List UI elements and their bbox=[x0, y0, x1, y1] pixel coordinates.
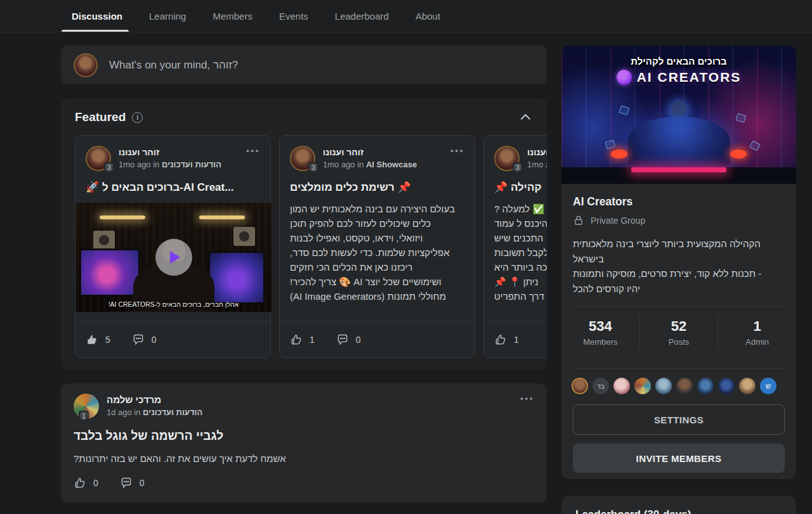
invite-members-button[interactable]: INVITE MEMBERS bbox=[573, 444, 785, 473]
post-title[interactable]: לגביי הרשמה של גוגל בלבד bbox=[74, 429, 534, 443]
post-footer: 5 0 bbox=[75, 321, 270, 357]
member-avatar[interactable] bbox=[697, 378, 714, 394]
admin-count: 1 bbox=[718, 318, 796, 335]
post-body: בעולם היצירה עם בינה מלאכותית יש המון כל… bbox=[290, 202, 464, 321]
community-page: Discussion Learning Members Events Leade… bbox=[0, 0, 812, 514]
like-button[interactable]: 0 bbox=[74, 477, 98, 489]
post-menu-icon[interactable]: ●●● bbox=[246, 146, 260, 156]
banner-keyboard bbox=[631, 167, 726, 172]
info-icon[interactable]: i bbox=[132, 112, 143, 123]
group-name: AI Creators bbox=[573, 195, 785, 209]
tab-learning[interactable]: Learning bbox=[149, 0, 186, 32]
featured-carousel: 3 זוהר וענונו 1mo ago in הודעות ועדכונים… bbox=[75, 135, 547, 358]
member-avatars-row: בד ש bbox=[561, 369, 796, 395]
post-meta: 1d ago in הודעות ועדכונים bbox=[107, 406, 202, 418]
level-badge: 3 bbox=[513, 162, 523, 173]
comment-count: 0 bbox=[152, 335, 157, 345]
like-count: 0 bbox=[93, 478, 98, 488]
video-caption: אהלן חברים, ברוכים הבאים ל-AI CREATORS! bbox=[75, 300, 272, 308]
like-button[interactable]: 5 bbox=[86, 333, 110, 346]
like-button[interactable]: 1 bbox=[494, 333, 519, 346]
group-cover-image[interactable]: ברוכים הבאים לקהילת AI CREATORS bbox=[561, 46, 796, 184]
level-badge: 3 bbox=[104, 162, 114, 173]
speaker bbox=[93, 231, 115, 250]
leaderboard-card: Leaderboard (30-days) bbox=[561, 496, 796, 514]
studio-light bbox=[100, 215, 145, 219]
top-navigation: Discussion Learning Members Events Leade… bbox=[0, 0, 812, 32]
group-info-card: ברוכים הבאים לקהילת AI CREATORS AI Creat… bbox=[561, 46, 796, 479]
channel-name[interactable]: הודעות ועדכונים bbox=[143, 408, 202, 417]
post-footer: 1 bbox=[484, 321, 547, 357]
brain-icon bbox=[617, 70, 632, 85]
post-meta: 1mo ago in bbox=[527, 158, 547, 170]
tab-events[interactable]: Events bbox=[279, 0, 308, 32]
post-menu-icon[interactable]: ●●● bbox=[450, 146, 464, 156]
comment-count: 0 bbox=[140, 478, 145, 488]
stat-members[interactable]: 534 Members bbox=[561, 314, 639, 350]
post-menu-icon[interactable]: ●●● bbox=[520, 394, 534, 404]
comment-button[interactable]: 0 bbox=[132, 333, 157, 346]
like-button[interactable]: 1 bbox=[290, 333, 315, 346]
member-avatar[interactable]: ש bbox=[760, 378, 776, 394]
like-count: 1 bbox=[310, 335, 315, 345]
channel-name[interactable]: הודעות ועדכונים bbox=[162, 160, 221, 169]
feed-post[interactable]: 1 מרדכי שלמה 1d ago in הודעות ועדכונים ●… bbox=[61, 383, 547, 503]
studio-light bbox=[199, 215, 245, 219]
post-title[interactable]: רשימת כלים מומלצים 📌 bbox=[290, 181, 464, 194]
comment-icon bbox=[120, 477, 133, 489]
thumb-up-icon bbox=[74, 477, 86, 489]
thumb-up-icon bbox=[290, 333, 303, 346]
comment-button[interactable]: 0 bbox=[336, 333, 361, 346]
stat-posts[interactable]: 52 Posts bbox=[639, 314, 718, 350]
member-avatar[interactable] bbox=[718, 378, 735, 394]
featured-header: Featured i bbox=[61, 98, 547, 124]
post-title[interactable]: 📌 קהילה bbox=[494, 181, 547, 194]
comment-button[interactable]: 0 bbox=[120, 477, 145, 489]
like-count: 1 bbox=[514, 335, 519, 345]
author-name[interactable]: זוהר וענונו bbox=[119, 146, 221, 158]
group-stats: 534 Members 52 Posts 1 Admin bbox=[561, 307, 796, 358]
post-footer: 0 0 bbox=[74, 477, 534, 489]
banner-hand bbox=[611, 150, 627, 158]
video-thumbnail[interactable]: אהלן חברים, ברוכים הבאים ל-AI CREATORS! bbox=[75, 203, 272, 312]
tab-members[interactable]: Members bbox=[213, 0, 252, 32]
banner-welcome-text: ברוכים הבאים לקהילת bbox=[561, 56, 796, 67]
author-name[interactable]: זוהר וענונו bbox=[527, 146, 547, 158]
featured-section: Featured i 3 זוהר וענונו 1mo ago in הודע… bbox=[61, 98, 547, 369]
featured-card-community[interactable]: 3 זוהר וענונו 1mo ago in ●●● 📌 קהילה ? ל… bbox=[483, 135, 547, 358]
featured-card-tools[interactable]: 3 זוהר וענונו 1mo ago in AI Showcase ●●●… bbox=[279, 135, 475, 358]
featured-card-welcome[interactable]: 3 זוהר וענונו 1mo ago in הודעות ועדכונים… bbox=[75, 135, 271, 358]
member-avatar[interactable]: בד bbox=[593, 378, 609, 394]
member-avatar[interactable] bbox=[634, 378, 651, 394]
member-avatar[interactable] bbox=[613, 378, 630, 394]
author-name[interactable]: מרדכי שלמה bbox=[107, 394, 202, 406]
post-meta: 1mo ago in AI Showcase bbox=[323, 158, 417, 170]
post-composer[interactable]: What's on your mind, זוהר? bbox=[61, 46, 547, 84]
member-avatar[interactable] bbox=[655, 378, 672, 394]
comment-count: 0 bbox=[356, 335, 361, 345]
collapse-chevron-icon[interactable] bbox=[521, 113, 531, 124]
post-footer: 1 0 bbox=[280, 321, 475, 357]
tab-discussion[interactable]: Discussion bbox=[72, 0, 122, 32]
members-label: Members bbox=[561, 337, 639, 347]
like-count: 5 bbox=[105, 335, 110, 345]
post-meta: 1mo ago in הודעות ועדכונים bbox=[119, 158, 221, 170]
posts-label: Posts bbox=[640, 337, 718, 347]
members-count: 534 bbox=[561, 318, 639, 335]
channel-name[interactable]: AI Showcase bbox=[366, 160, 417, 169]
thumb-up-icon bbox=[86, 333, 98, 346]
post-title[interactable]: 🚀 ברוכים הבאים ל-AI Creat... bbox=[86, 181, 260, 194]
featured-title: Featured bbox=[75, 110, 126, 124]
current-user-avatar bbox=[74, 53, 98, 77]
member-avatar[interactable] bbox=[676, 378, 693, 394]
settings-button[interactable]: SETTINGS bbox=[573, 404, 785, 435]
stat-admin[interactable]: 1 Admin bbox=[717, 314, 796, 350]
banner-hand bbox=[730, 150, 747, 158]
posts-count: 52 bbox=[640, 318, 718, 335]
tab-leaderboard[interactable]: Leaderboard bbox=[335, 0, 389, 32]
author-name[interactable]: זוהר וענונו bbox=[323, 146, 417, 158]
member-avatar[interactable] bbox=[572, 378, 588, 394]
member-avatar[interactable] bbox=[739, 378, 756, 394]
tab-about[interactable]: About bbox=[416, 0, 440, 32]
play-button-icon[interactable] bbox=[155, 239, 192, 276]
